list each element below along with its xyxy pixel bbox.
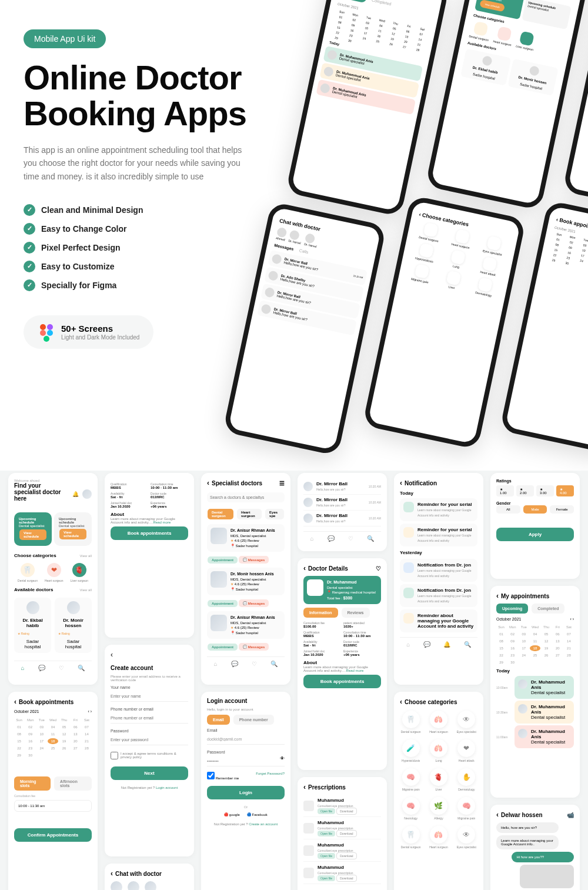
appt-slot[interactable]: Dr. Muhammud AnisDental specialist — [514, 676, 574, 699]
category-heart[interactable]: ❤Heart surgeon — [45, 563, 64, 582]
back-icon[interactable]: ‹ — [14, 698, 16, 706]
upcoming-tab[interactable]: Upcoming — [496, 604, 528, 614]
messages-chip[interactable]: 💬 Messages — [239, 556, 269, 564]
appt-slot[interactable]: Dr. Muhammud AnisDental specialist — [514, 701, 574, 724]
cat-heart2[interactable]: 🫁Heart surgeon — [427, 826, 449, 849]
upcoming-card[interactable]: Upcoming schedule Dental specialist View… — [14, 512, 52, 546]
nav-search-icon[interactable]: 🔍 — [367, 535, 374, 542]
google-button[interactable]: 🔴 google — [224, 812, 240, 816]
bell-icon[interactable]: 🔔 — [72, 491, 79, 497]
nav-chat-icon[interactable]: 💬 — [38, 665, 45, 671]
user-avatar[interactable] — [82, 489, 92, 499]
doctor-card[interactable]: Dr. Ekbal habib ★ Rating Sadar hospital — [14, 598, 51, 653]
back-icon[interactable]: ‹ — [496, 811, 499, 819]
nav-chat-icon[interactable]: 💬 — [231, 661, 238, 667]
nav-bell-icon[interactable]: 🔔 — [443, 641, 450, 648]
gender-female[interactable]: Female — [550, 505, 574, 514]
category-dental[interactable]: 🦷Dental surgeon — [18, 563, 38, 582]
nav-home-icon[interactable]: ⌂ — [406, 641, 410, 648]
forgot-link[interactable]: Forget Password? — [256, 772, 285, 780]
nav-search-icon[interactable]: 🔍 — [270, 661, 278, 667]
video-icon[interactable]: 📹 — [567, 812, 574, 818]
nav-search-icon[interactable]: 🔍 — [78, 665, 85, 671]
back-icon[interactable]: ‹ — [400, 479, 402, 487]
confirm-button[interactable]: Confirm Appointments — [14, 828, 92, 842]
password-input[interactable] — [111, 735, 188, 745]
rating-3[interactable]: ★ 3.00 — [536, 485, 554, 496]
nav-home-icon[interactable]: ⌂ — [310, 535, 314, 542]
download-button[interactable]: Download — [336, 808, 356, 815]
prescription-item[interactable]: MuhammudConsultant eye prescriptionOpen … — [303, 839, 381, 862]
morning-tab[interactable]: Morning slots — [14, 776, 51, 791]
back-icon[interactable]: ‹ — [111, 869, 113, 878]
nav-home-icon[interactable]: ⌂ — [214, 661, 218, 667]
calendar[interactable]: SunMonTueWedThuFriSat 01020304050607 080… — [14, 717, 92, 758]
doctor-list-item[interactable]: Dr. Anisur Rhman AnisMDS, Dental special… — [207, 611, 285, 639]
next-button[interactable]: Next — [111, 766, 188, 780]
cat-neuro[interactable]: 🧠Neurology — [400, 797, 422, 820]
phone-input[interactable] — [111, 713, 188, 724]
read-more-link[interactable]: Read more — [346, 669, 364, 672]
create-account-link[interactable]: Create an account — [249, 822, 278, 826]
message-item[interactable]: Dr. Mirror BallHello,how are you sir?10.… — [303, 495, 381, 511]
apply-button[interactable]: Apply — [496, 528, 574, 541]
email-tab[interactable]: Email — [207, 715, 230, 725]
chip-heart[interactable]: Heart surgeon — [237, 509, 262, 519]
calendar-nav[interactable]: ‹ › — [88, 709, 92, 714]
rating-2[interactable]: ★ 2.00 — [516, 485, 534, 496]
appointment-chip[interactable]: Appointment — [208, 556, 238, 564]
nav-heart-icon[interactable]: ♡ — [252, 661, 257, 667]
nav-chat-icon[interactable]: 💬 — [328, 535, 335, 542]
nav-search-icon[interactable]: 🔍 — [464, 641, 471, 648]
doctor-list-item[interactable]: Dr. Anisur Rhman AnisMDS, Dental special… — [207, 524, 285, 552]
cat-heart[interactable]: 🫁Heart surgeon — [427, 711, 449, 734]
book-button[interactable]: Book appointments — [111, 526, 188, 540]
doctor-card[interactable]: Dr. Monir hossen ★ Rating Sadar hospital — [55, 598, 92, 653]
cat-dental2[interactable]: 🦷Dental surgeon — [400, 826, 422, 849]
nav-heart-icon[interactable]: ♡ — [59, 665, 64, 671]
email-input[interactable] — [207, 734, 285, 745]
terms-checkbox[interactable] — [111, 752, 118, 759]
category-liver[interactable]: 🫀Liver surgeon — [71, 563, 88, 582]
cat-eyes[interactable]: 👁Eyes specialist — [456, 711, 477, 734]
appt-slot[interactable]: Dr. Muhammud AnisDental specialist — [514, 725, 574, 748]
login-link[interactable]: Login account — [156, 786, 178, 789]
contact-item[interactable]: Ahmed — [111, 881, 122, 890]
filter-icon[interactable]: ☰ — [279, 480, 285, 486]
cat-derma[interactable]: ✋Dermatology — [456, 768, 477, 791]
info-tab[interactable]: Information — [303, 608, 338, 618]
calendar[interactable]: SunMonTueWedThuFriSat 01020304050607 080… — [496, 624, 574, 665]
prescription-item[interactable]: MuhammudConsultant eye prescriptionOpen … — [303, 817, 381, 839]
nav-chat-icon[interactable]: 💬 — [423, 641, 430, 648]
back-icon[interactable]: ‹ — [303, 783, 306, 791]
cat-hyper[interactable]: 🧪Hyperacidosis — [400, 739, 422, 762]
time-slot[interactable]: 10:00 - 11:30 am — [14, 800, 92, 812]
rating-4[interactable]: ★ 4.00 — [556, 485, 574, 496]
prescription-item[interactable]: MuhammudConsultant eye prescriptionOpen … — [303, 862, 381, 884]
doctor-list-item[interactable]: Dr. Monir hossen AnisMDS, Dental special… — [207, 568, 285, 595]
read-more-link[interactable]: Read more — [153, 521, 171, 524]
chip-eyes[interactable]: Eyes spe — [265, 509, 284, 519]
back-icon[interactable]: ‹ — [496, 592, 499, 600]
cat-migraine2[interactable]: 🧠Migraine pain — [456, 797, 477, 820]
eye-icon[interactable]: 👁 — [280, 756, 285, 761]
notification-item[interactable]: Reminder for your serialLearn more about… — [400, 524, 477, 546]
cat-allergy[interactable]: 🌿Allergy — [427, 797, 449, 820]
open-file-button[interactable]: Open file — [318, 808, 335, 814]
phone-tab[interactable]: Phone number — [233, 715, 274, 725]
back-icon[interactable]: ‹ — [400, 698, 402, 706]
cat-eyes2[interactable]: 👁Eyes specialist — [456, 826, 477, 849]
back-icon[interactable]: ‹ — [207, 479, 209, 487]
notification-item[interactable]: Notification from Dr. jonLearn more abou… — [400, 559, 477, 582]
prescription-item[interactable]: MuhammudConsultant eye prescriptionOpen … — [303, 795, 381, 817]
calendar-nav[interactable]: ‹ › — [570, 617, 574, 621]
name-input[interactable] — [111, 691, 188, 702]
upcoming-card-alt[interactable]: Upcoming schedule Dental specialist View… — [54, 512, 92, 546]
book-button[interactable]: Book appointments — [303, 675, 381, 688]
cat-migraine[interactable]: 🧠Migraine pain — [400, 768, 422, 791]
back-icon[interactable]: ‹ — [111, 651, 113, 659]
view-schedule-button[interactable]: View schedule — [19, 529, 46, 540]
gender-all[interactable]: All — [496, 505, 520, 514]
notification-item[interactable]: Reminder for your serialLearn more about… — [400, 498, 477, 521]
completed-tab[interactable]: Completed — [532, 604, 564, 614]
